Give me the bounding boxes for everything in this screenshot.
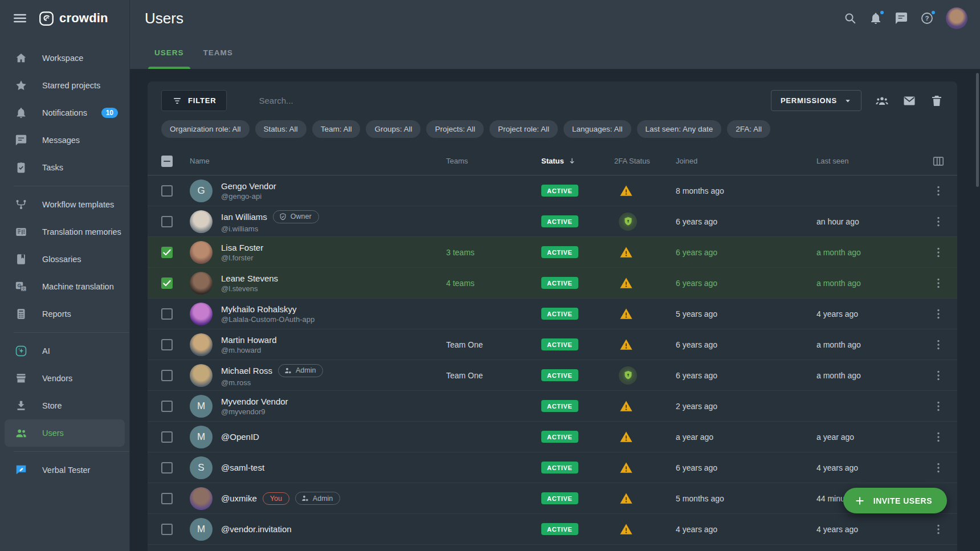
- row-checkbox[interactable]: [161, 493, 173, 504]
- filter-chip-project-role[interactable]: Project role: All: [489, 120, 558, 138]
- row-checkbox[interactable]: [161, 339, 173, 350]
- row-checkbox[interactable]: [161, 462, 173, 474]
- sidebar-item-starred-projects[interactable]: Starred projects: [0, 72, 129, 99]
- status-badge: ACTIVE: [541, 492, 578, 504]
- column-header-status[interactable]: Status: [541, 157, 614, 166]
- row-menu-icon[interactable]: [932, 184, 945, 198]
- row-menu-icon[interactable]: [932, 399, 945, 413]
- sidebar-item-workflow-templates[interactable]: Workflow templates: [0, 191, 129, 218]
- email-icon[interactable]: [903, 94, 916, 108]
- crowdin-logo[interactable]: crowdin: [39, 11, 108, 26]
- scrollbar[interactable]: [976, 73, 979, 187]
- delete-icon[interactable]: [930, 94, 944, 108]
- brand-name: crowdin: [59, 11, 108, 26]
- column-header-2fa-status[interactable]: 2FA Status: [614, 157, 676, 165]
- row-checkbox[interactable]: [161, 524, 173, 535]
- sidebar-item-workspace[interactable]: Workspace: [0, 44, 129, 72]
- filter-chip-languages[interactable]: Languages: All: [564, 120, 631, 138]
- row-menu-icon[interactable]: [932, 461, 945, 475]
- menu-toggle-icon[interactable]: [13, 11, 27, 26]
- sidebar-item-store[interactable]: Store: [0, 392, 129, 419]
- filter-button[interactable]: FILTER: [161, 90, 227, 111]
- sidebar-item-machine-translation[interactable]: G文Machine translation: [0, 273, 129, 300]
- row-menu-icon[interactable]: [932, 307, 945, 321]
- invite-users-button[interactable]: INVITE USERS: [843, 488, 947, 513]
- filter-chip-team[interactable]: Team: All: [312, 120, 361, 138]
- sidebar-item-vendors[interactable]: Vendors: [0, 365, 129, 392]
- sidebar-divider: [14, 451, 129, 452]
- user-username[interactable]: @uxmike: [221, 493, 257, 503]
- filter-chip-last-seen[interactable]: Last seen: Any date: [637, 120, 722, 138]
- row-checkbox[interactable]: [161, 185, 173, 197]
- messages-icon[interactable]: [895, 11, 908, 25]
- filter-chip-projects[interactable]: Projects: All: [426, 120, 484, 138]
- teams-cell: 4 teams: [446, 279, 541, 288]
- sidebar-item-verbal-tester[interactable]: Verbal Tester: [0, 456, 129, 484]
- body: WorkspaceStarred projectsNotifications10…: [0, 36, 980, 551]
- permissions-dropdown[interactable]: PERMISSIONS: [771, 90, 861, 111]
- user-name[interactable]: Ian Williams: [221, 212, 267, 222]
- row-menu-icon[interactable]: [932, 338, 945, 352]
- user-name[interactable]: Gengo Vendor: [221, 181, 276, 191]
- filter-chip-groups[interactable]: Groups: All: [366, 120, 420, 138]
- user-name[interactable]: Lisa Foster: [221, 243, 263, 252]
- user-username[interactable]: @OpenID: [221, 432, 259, 442]
- tab-users[interactable]: USERS: [145, 36, 194, 69]
- row-checkbox[interactable]: [161, 431, 173, 443]
- filter-chip-status[interactable]: Status: All: [255, 120, 307, 138]
- sidebar-item-reports[interactable]: Reports: [0, 300, 129, 328]
- sidebar-item-tasks[interactable]: Tasks: [0, 154, 129, 181]
- sort-down-icon[interactable]: [567, 157, 577, 166]
- avatar: [190, 487, 213, 510]
- column-header-name[interactable]: Name: [190, 157, 446, 165]
- name-cell: MMyvendor Vendor@myvendor9: [190, 395, 446, 418]
- row-menu-icon[interactable]: [932, 369, 945, 382]
- user-name[interactable]: Mykhailo Rohalskyy: [221, 304, 297, 314]
- table-row: Martin Howard@m.howardTeam OneACTIVE6 ye…: [148, 329, 957, 360]
- status-cell: ACTIVE: [541, 246, 614, 258]
- row-checkbox[interactable]: [161, 308, 173, 320]
- sidebar-item-messages[interactable]: Messages: [0, 126, 129, 154]
- sidebar-item-translation-memories[interactable]: Translation memories: [0, 218, 129, 246]
- bell-icon[interactable]: [869, 11, 883, 25]
- sidebar-item-notifications[interactable]: Notifications10: [0, 99, 129, 126]
- user-name[interactable]: Myvendor Vendor: [221, 397, 288, 406]
- add-to-team-icon[interactable]: [875, 94, 889, 108]
- filter-chip-organization-role[interactable]: Organization role: All: [161, 120, 250, 138]
- help-icon[interactable]: ?: [920, 11, 934, 25]
- row-checkbox[interactable]: [161, 401, 173, 412]
- warning-icon: [619, 430, 634, 444]
- user-name[interactable]: Martin Howard: [221, 335, 277, 345]
- search-icon: [242, 95, 252, 107]
- user-username: @m.ross: [221, 378, 323, 387]
- row-checkbox[interactable]: [161, 247, 173, 258]
- select-all-checkbox[interactable]: [161, 156, 173, 167]
- row-checkbox[interactable]: [161, 370, 173, 381]
- filter-chip-2fa[interactable]: 2FA: All: [727, 120, 770, 138]
- status-badge: ACTIVE: [541, 246, 578, 258]
- tab-teams[interactable]: TEAMS: [194, 36, 243, 69]
- avatar: M: [190, 426, 213, 448]
- row-menu-icon[interactable]: [932, 430, 945, 444]
- user-username[interactable]: @saml-test: [221, 463, 264, 472]
- sidebar-item-ai[interactable]: AI: [0, 337, 129, 365]
- sidebar-item-glossaries[interactable]: Glossaries: [0, 246, 129, 273]
- column-header-joined[interactable]: Joined: [676, 157, 816, 165]
- row-checkbox[interactable]: [161, 216, 173, 227]
- column-header-last-seen[interactable]: Last seen: [816, 157, 919, 165]
- row-menu-icon[interactable]: [932, 276, 945, 290]
- row-menu-icon[interactable]: [932, 523, 945, 536]
- user-name[interactable]: Michael Ross: [221, 366, 272, 376]
- row-checkbox[interactable]: [161, 277, 173, 289]
- search-icon[interactable]: [843, 11, 857, 25]
- user-name[interactable]: Leane Stevens: [221, 274, 278, 283]
- column-header-teams[interactable]: Teams: [446, 157, 541, 165]
- columns-settings-icon[interactable]: [932, 155, 945, 168]
- sidebar-item-users[interactable]: Users: [5, 419, 125, 447]
- search-input[interactable]: [259, 96, 430, 105]
- last-seen-cell: an hour ago: [816, 217, 919, 226]
- user-avatar[interactable]: [946, 7, 967, 29]
- row-menu-icon[interactable]: [932, 246, 945, 259]
- user-username[interactable]: @vendor.invitation: [221, 524, 292, 534]
- row-menu-icon[interactable]: [932, 215, 945, 228]
